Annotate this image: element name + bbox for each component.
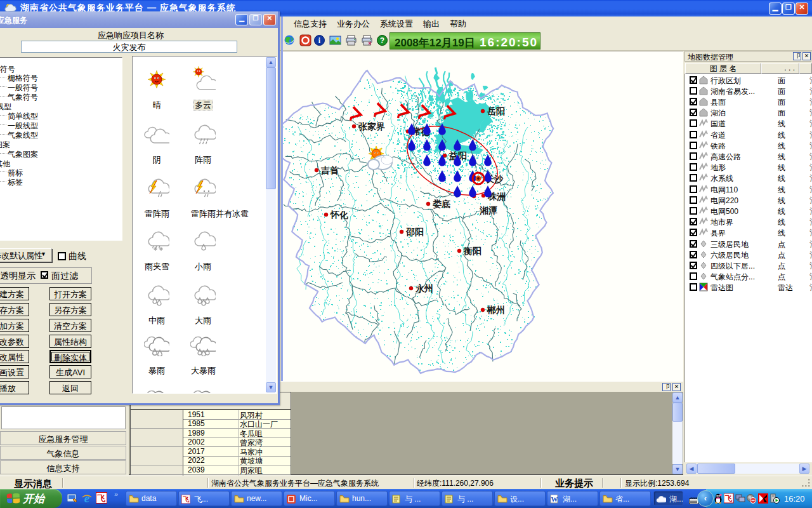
svg-text:衡阳: 衡阳 xyxy=(463,246,481,256)
svg-text:张家界: 张家界 xyxy=(358,121,385,131)
svg-text:飞: 飞 xyxy=(97,493,106,503)
svg-text:飞: 飞 xyxy=(724,495,732,502)
svg-text:郴州: 郴州 xyxy=(487,305,505,315)
svg-text:娄底: 娄底 xyxy=(433,199,450,209)
svg-text:e: e xyxy=(84,491,90,505)
svg-text:邵阳: 邵阳 xyxy=(405,227,424,237)
svg-text:飞: 飞 xyxy=(183,496,189,503)
svg-text:W: W xyxy=(551,495,558,503)
svg-text:湘潭: 湘潭 xyxy=(479,205,497,215)
svg-text:怀化: 怀化 xyxy=(330,210,348,220)
svg-text:?: ? xyxy=(380,36,384,45)
svg-text:岳阳: 岳阳 xyxy=(487,106,505,116)
svg-text:吉首: 吉首 xyxy=(320,165,339,175)
svg-text:永州: 永州 xyxy=(415,283,433,293)
